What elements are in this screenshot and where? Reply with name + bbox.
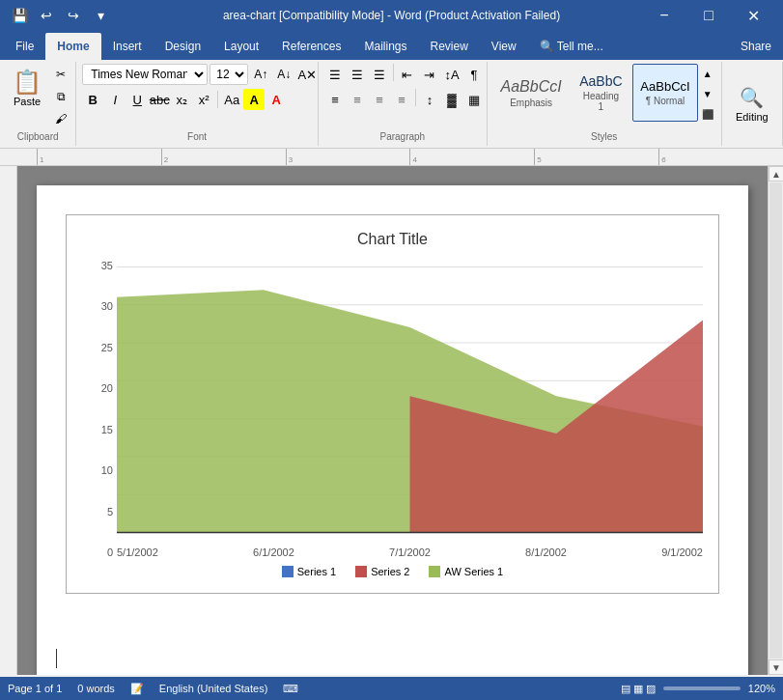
chart-legend: Series 1 Series 2 AW Series 1 xyxy=(82,566,703,577)
chart-svg xyxy=(117,260,703,540)
tab-share[interactable]: Share xyxy=(729,33,783,60)
tab-insert[interactable]: Insert xyxy=(101,33,154,60)
chart-plot-area: 5/1/2002 6/1/2002 7/1/2002 8/1/2002 9/1/… xyxy=(117,260,703,558)
italic-button[interactable]: I xyxy=(104,89,126,110)
y-label-5: 5 xyxy=(82,506,113,518)
copy-button[interactable]: ⧉ xyxy=(50,86,71,107)
bullets-button[interactable]: ☰ xyxy=(324,64,346,85)
normal-preview: AaBbCcI xyxy=(640,79,689,94)
align-right-button[interactable]: ≡ xyxy=(369,89,390,110)
document-page: Chart Title 0 5 10 15 20 25 30 35 xyxy=(37,185,748,675)
cut-button[interactable]: ✂ xyxy=(50,64,71,85)
redo-qa-button[interactable]: ↪ xyxy=(62,4,85,27)
case-button[interactable]: Aa xyxy=(221,89,242,110)
aw-series1-label: AW Series 1 xyxy=(444,566,503,577)
tab-layout[interactable]: Layout xyxy=(212,33,270,60)
y-label-10: 10 xyxy=(82,464,113,476)
tab-file[interactable]: File xyxy=(4,33,45,60)
paragraph-group-label: Paragraph xyxy=(324,129,481,144)
justify-button[interactable]: ≡ xyxy=(391,89,412,110)
tab-tell-me[interactable]: 🔍 Tell me... xyxy=(528,33,615,60)
tab-mailings[interactable]: Mailings xyxy=(352,33,418,60)
page-indicator: Page 1 of 1 xyxy=(8,683,62,694)
legend-series1: Series 1 xyxy=(282,566,336,577)
paste-label: Paste xyxy=(14,96,41,107)
x-axis-labels: 5/1/2002 6/1/2002 7/1/2002 8/1/2002 9/1/… xyxy=(117,543,703,558)
subscript-button[interactable]: x₂ xyxy=(171,89,192,110)
font-group: Times New Roman Arial Calibri 12 10 11 1… xyxy=(76,62,319,146)
tab-home[interactable]: Home xyxy=(45,33,100,60)
line-spacing-button[interactable]: ↕ xyxy=(419,89,440,110)
font-row1: Times New Roman Arial Calibri 12 10 11 1… xyxy=(82,64,318,85)
normal-label: ¶ Normal xyxy=(646,96,685,106)
window-title: area-chart [Compatibility Mode] - Word (… xyxy=(223,9,560,22)
ribbon: 📋 Paste ✂ ⧉ 🖌 Clipboard Times New Roman … xyxy=(0,60,783,149)
tab-view[interactable]: View xyxy=(480,33,528,60)
chart-container[interactable]: Chart Title 0 5 10 15 20 25 30 35 xyxy=(66,214,719,594)
underline-button[interactable]: U xyxy=(126,89,148,110)
ruler-mark-1: 1 xyxy=(37,149,161,166)
format-painter-button[interactable]: 🖌 xyxy=(50,108,71,129)
emphasis-preview: AaBbCcI xyxy=(501,78,562,96)
styles-up-button[interactable]: ▲ xyxy=(700,64,715,83)
maximize-button[interactable]: □ xyxy=(686,0,731,31)
font-row2: B I U abc x₂ x² Aa A A xyxy=(82,89,287,110)
multilevel-button[interactable]: ☰ xyxy=(369,64,390,85)
grow-font-button[interactable]: A↑ xyxy=(250,64,271,85)
show-marks-button[interactable]: ¶ xyxy=(463,64,485,85)
font-color-button[interactable]: A xyxy=(266,89,287,110)
x-label-aug: 8/1/2002 xyxy=(525,546,567,558)
shading-button[interactable]: ▓ xyxy=(441,89,462,110)
ruler-mark-6: 6 xyxy=(658,149,783,166)
save-qa-button[interactable]: 💾 xyxy=(8,4,31,27)
document-area[interactable]: Chart Title 0 5 10 15 20 25 30 35 xyxy=(17,166,768,675)
qa-dropdown-button[interactable]: ▾ xyxy=(89,4,112,27)
style-emphasis[interactable]: AaBbCcI Emphasis xyxy=(493,64,570,122)
decrease-indent-button[interactable]: ⇤ xyxy=(397,64,418,85)
minimize-button[interactable]: − xyxy=(642,0,686,31)
scroll-up-button[interactable]: ▲ xyxy=(769,166,783,182)
numbering-button[interactable]: ☰ xyxy=(347,64,368,85)
divider3 xyxy=(415,89,416,106)
y-label-20: 20 xyxy=(82,382,113,394)
styles-down-button[interactable]: ▼ xyxy=(700,84,715,103)
style-normal[interactable]: AaBbCcI ¶ Normal xyxy=(632,64,697,122)
y-label-35: 35 xyxy=(82,260,113,271)
paste-button[interactable]: 📋 Paste xyxy=(6,64,48,112)
font-size-select[interactable]: 12 10 11 14 xyxy=(210,64,248,85)
borders-button[interactable]: ▦ xyxy=(463,89,485,110)
zoom-slider[interactable] xyxy=(663,686,741,690)
editing-button[interactable]: 🔍 Editing xyxy=(727,81,777,127)
highlight-button[interactable]: A xyxy=(243,89,265,110)
styles-more-button[interactable]: ⬛ xyxy=(700,104,715,124)
align-left-button[interactable]: ≡ xyxy=(324,89,346,110)
close-button[interactable]: ✕ xyxy=(731,0,775,31)
clipboard-content: 📋 Paste ✂ ⧉ 🖌 xyxy=(6,64,70,129)
superscript-button[interactable]: x² xyxy=(193,89,214,110)
emphasis-label: Emphasis xyxy=(510,98,552,108)
view-buttons: ▤ ▦ ▨ xyxy=(621,683,656,695)
y-axis-labels: 0 5 10 15 20 25 30 35 xyxy=(82,260,117,558)
title-bar: 💾 ↩ ↪ ▾ area-chart [Compatibility Mode] … xyxy=(0,0,783,31)
heading1-label: Heading 1 xyxy=(579,91,622,112)
shrink-font-button[interactable]: A↓ xyxy=(273,64,294,85)
tab-references[interactable]: References xyxy=(270,33,352,60)
style-heading1[interactable]: AaBbC Heading 1 xyxy=(571,64,630,122)
font-family-select[interactable]: Times New Roman Arial Calibri xyxy=(82,64,208,85)
divider xyxy=(217,91,218,108)
sort-button[interactable]: ↕A xyxy=(441,64,462,85)
heading1-preview: AaBbC xyxy=(579,73,622,89)
tab-design[interactable]: Design xyxy=(154,33,212,60)
para-row2: ≡ ≡ ≡ ≡ ↕ ▓ ▦ xyxy=(324,89,485,110)
bold-button[interactable]: B xyxy=(82,89,103,110)
vertical-scrollbar[interactable]: ▲ ▼ xyxy=(768,166,783,675)
scroll-down-button[interactable]: ▼ xyxy=(769,659,783,675)
align-center-button[interactable]: ≡ xyxy=(347,89,368,110)
increase-indent-button[interactable]: ⇥ xyxy=(419,64,440,85)
clipboard-group-label: Clipboard xyxy=(6,129,70,144)
undo-qa-button[interactable]: ↩ xyxy=(35,4,58,27)
strikethrough-button[interactable]: abc xyxy=(149,89,170,110)
editing-icon: 🔍 xyxy=(740,86,764,109)
clear-format-button[interactable]: A✕ xyxy=(296,64,318,85)
tab-review[interactable]: Review xyxy=(418,33,479,60)
